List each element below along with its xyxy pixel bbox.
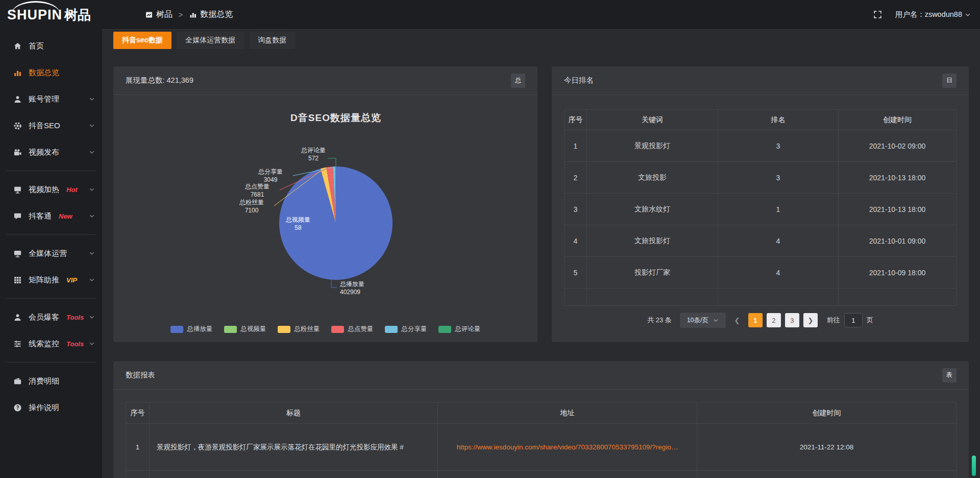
ranking-table: 序号 关键词 排名 创建时间 1 景观投影灯 3 2021-10-02 09:0… [564, 109, 957, 306]
legend-item-fans[interactable]: 总粉丝量 [278, 325, 320, 333]
prev-page-button[interactable]: ❮ [730, 313, 744, 327]
col-header-keyword: 关键词 [587, 110, 718, 130]
bar-chart-icon [13, 68, 22, 77]
chevron-down-icon [89, 123, 95, 129]
sidebar-item-label: 抖音SEO [29, 121, 60, 131]
sidebar-item-doukertong[interactable]: 抖客通 New [0, 203, 102, 229]
sidebar-item-consumption-detail[interactable]: 消费明细 [0, 368, 102, 394]
svg-text:?: ? [16, 404, 19, 410]
topbar-right: 用户名：zswodun88 [873, 10, 971, 19]
legend-item-comments[interactable]: 总评论量 [438, 325, 481, 333]
legend-item-shares[interactable]: 总分享量 [385, 325, 427, 333]
logo-arc-decoration [11, 1, 60, 14]
sidebar-item-member-burst[interactable]: 会员爆客 Tools [0, 304, 102, 330]
tab-inquiry-data[interactable]: 询盘数据 [249, 32, 295, 49]
sidebar-item-media-operation[interactable]: 全媒体运营 [0, 240, 102, 267]
overview-panel: 展现量总数: 421,369 总 D音SEO数据量总览 总评论量572 [113, 66, 537, 342]
goto-label: 前往 [827, 316, 840, 325]
cell-rank: 3 [718, 130, 839, 162]
legend-chip [331, 326, 344, 333]
table-row-partial [126, 471, 957, 478]
cell-index: 5 [565, 257, 587, 289]
user-icon [13, 95, 22, 104]
breadcrumb-root[interactable]: 树品 [156, 9, 173, 20]
table-row: 1 景观投影灯 3 2021-10-02 09:00 [565, 130, 957, 162]
logo-text-cn: 树品 [64, 6, 91, 24]
sidebar-item-matrix-boost[interactable]: 矩阵助推 VIP [0, 267, 102, 293]
sidebar-item-label: 数据总览 [29, 68, 59, 78]
user-icon [13, 313, 22, 322]
goto-suffix: 页 [867, 316, 873, 325]
table-row: 5 投影灯厂家 4 2021-10-09 18:00 [565, 257, 957, 289]
monitor-icon [13, 249, 22, 258]
next-page-button[interactable]: ❯ [803, 313, 818, 327]
sidebar-item-douyin-seo[interactable]: 抖音SEO [0, 112, 102, 139]
sidebar-item-data-overview[interactable]: 数据总览 [0, 59, 102, 86]
report-table: 序号 标题 地址 创建时间 1 景观投影灯，夜游景观投影灯厂家展示展示落花灯在花… [126, 402, 957, 478]
tab-media-operation-data[interactable]: 全媒体运营数据 [177, 32, 244, 49]
ranking-panel-header: 今日排名 日 [552, 66, 969, 95]
legend-item-likes[interactable]: 总点赞量 [331, 325, 374, 333]
page-size-select[interactable]: 10条/页 [680, 313, 726, 328]
chart-square-icon [145, 11, 153, 19]
col-header-index: 序号 [565, 110, 587, 130]
panels-row: 展现量总数: 421,369 总 D音SEO数据量总览 总评论量572 [113, 66, 969, 342]
sidebar-item-label: 会员爆客 [29, 313, 59, 322]
tools-badge: Tools [66, 340, 84, 348]
ranking-table-header-row: 序号 关键词 排名 创建时间 [565, 110, 957, 130]
wallet-icon [13, 377, 22, 386]
legend-item-plays[interactable]: 总播放量 [170, 325, 213, 333]
legend-item-videos[interactable]: 总视频量 [224, 325, 266, 333]
sidebar-item-video-publish[interactable]: 视频发布 [0, 139, 102, 165]
sidebar-item-video-heat[interactable]: 视频加热 Hot [0, 176, 102, 203]
sidebar-item-help[interactable]: ? 操作说明 [0, 394, 102, 421]
sidebar-item-label: 矩阵助推 [29, 275, 59, 285]
user-menu[interactable]: 用户名：zswodun88 [895, 10, 971, 19]
logo: SHUPIN 树品 [0, 0, 102, 30]
ranking-panel: 今日排名 日 序号 关键词 排名 创建时间 [552, 66, 969, 342]
pie-chart-area: D音SEO数据量总览 总评论量572 总分享量3049 [113, 95, 537, 342]
chevron-down-icon [89, 149, 95, 155]
goto-page-input[interactable] [844, 313, 863, 327]
legend-chip [438, 326, 451, 333]
fullscreen-icon[interactable] [873, 10, 882, 19]
pie-callout-lines [113, 95, 537, 342]
pie-label-plays: 总播放量402909 [340, 280, 391, 296]
ranking-panel-title: 今日排名 [564, 76, 594, 85]
question-circle-icon: ? [13, 403, 22, 412]
video-link[interactable]: https://www.iesdouyin.com/share/video/70… [457, 443, 678, 451]
bar-chart-icon [189, 11, 197, 19]
day-view-button[interactable]: 日 [942, 74, 957, 88]
cell-keyword: 投影灯厂家 [587, 257, 718, 289]
sidebar-item-label: 首页 [29, 41, 44, 51]
cell-keyword: 文旅水纹灯 [587, 194, 718, 225]
chevron-down-icon [89, 250, 95, 256]
report-panel: 数据报表 表 序号 标题 地址 创建时间 1 景观投影灯，夜游景观投影灯厂 [113, 361, 969, 478]
pagination: 共 23 条 10条/页 ❮ 1 2 3 ❯ 前往 页 [552, 313, 969, 328]
app-root: SHUPIN 树品 首页 数据总览 账号管理 抖音SEO [0, 0, 980, 478]
col-header-url: 地址 [438, 402, 697, 424]
main-content: 抖音seo数据 全媒体运营数据 询盘数据 展现量总数: 421,369 总 D音… [102, 30, 980, 478]
table-row: 1 景观投影灯，夜游景观投影灯厂家展示展示落花灯在花园里的灯光投影应用效果 # … [126, 424, 957, 471]
chevron-down-icon [89, 341, 95, 347]
table-view-button[interactable]: 表 [942, 368, 957, 383]
chevron-down-icon [965, 12, 971, 18]
tab-douyin-seo-data[interactable]: 抖音seo数据 [113, 32, 172, 49]
col-header-created: 创建时间 [697, 402, 957, 424]
sidebar-item-home[interactable]: 首页 [0, 33, 102, 59]
cell-index: 1 [565, 130, 587, 162]
page-button-1[interactable]: 1 [748, 313, 763, 327]
overview-panel-header: 展现量总数: 421,369 总 [113, 66, 537, 95]
pie-label-videos: 总视频量58 [278, 216, 318, 232]
sidebar-item-clue-monitor[interactable]: 线索监控 Tools [0, 330, 102, 357]
floating-widget[interactable] [972, 456, 976, 476]
cell-created: 2021-10-13 18:00 [839, 162, 957, 194]
table-row: 2 文旅投影 3 2021-10-13 18:00 [565, 162, 957, 194]
page-button-2[interactable]: 2 [767, 313, 781, 327]
sidebar-item-label: 消费明细 [29, 376, 59, 386]
cell-created: 2021-10-02 09:00 [839, 130, 957, 162]
page-button-3[interactable]: 3 [785, 313, 799, 327]
total-view-button[interactable]: 总 [511, 74, 525, 88]
sidebar-item-account[interactable]: 账号管理 [0, 86, 102, 112]
cell-index: 3 [565, 194, 587, 225]
